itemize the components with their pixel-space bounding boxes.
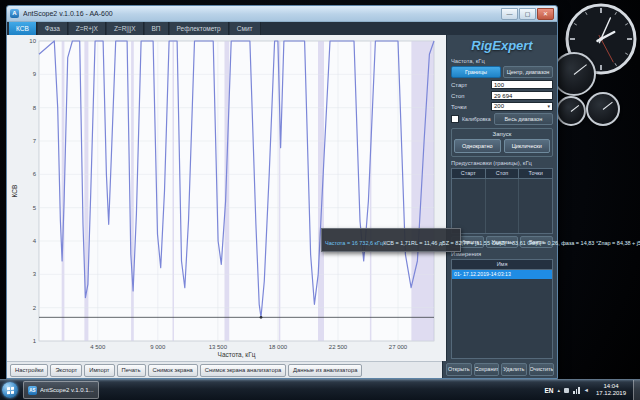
run-cyclic-button[interactable]: Циклически	[504, 139, 551, 153]
hidden-icons-chevron[interactable]: ▴	[558, 387, 561, 393]
svg-text:2: 2	[33, 305, 37, 311]
tooltip-line: Zпар = 84,38 + j597,12 Ом	[598, 240, 640, 246]
svg-text:6: 6	[33, 171, 37, 177]
tooltip-line: КСВ = 1,71	[383, 240, 411, 246]
view-tab[interactable]: Z=R+jX	[69, 22, 106, 35]
points-row: Точки 200 ▾	[451, 102, 553, 111]
toolbar-button[interactable]: Настройки	[10, 364, 48, 377]
view-tab[interactable]: КСВ	[9, 22, 37, 35]
maximize-button[interactable]: ▢	[519, 8, 536, 20]
control-panel: RigExpert Частота, кГц Границы Центр, ди…	[446, 35, 557, 361]
svg-text:4: 4	[33, 238, 37, 244]
stop-input[interactable]: 29 694	[491, 91, 553, 100]
app-icon: A	[10, 9, 19, 18]
file-action-button[interactable]: Удалить	[501, 363, 526, 376]
presets-column-header: Точки	[519, 169, 552, 178]
file-action-button[interactable]: Сохранить	[474, 363, 499, 376]
tray-time: 14:04	[596, 383, 626, 390]
toolbar-button[interactable]: Импорт	[84, 364, 114, 377]
svg-text:13 500: 13 500	[209, 344, 228, 350]
svg-text:9 000: 9 000	[150, 344, 166, 350]
taskbar-app-button[interactable]: AS AntScope2 v.1.0.1...	[23, 381, 99, 399]
run-group-title: Запуск	[454, 130, 550, 139]
points-label: Точки	[451, 104, 467, 110]
language-indicator[interactable]: EN	[544, 387, 553, 394]
svg-text:9: 9	[33, 71, 37, 77]
rigexpert-logo: RigExpert	[451, 37, 553, 55]
svg-text:22 500: 22 500	[329, 344, 348, 350]
view-tabs: КСВФазаZ=R+jXZ=R||jXВПРефлектометрСмит	[7, 22, 557, 35]
antscope-taskbar-icon: AS	[28, 386, 37, 395]
svg-text:Частота, кГц: Частота, кГц	[218, 351, 256, 359]
run-buttons: Однократно Циклически	[454, 139, 550, 153]
tooltip-line: |Г| = 0,26, фаза = 14,83 °	[535, 240, 598, 246]
file-action-button[interactable]: Очистить	[529, 363, 554, 376]
svg-text:18 000: 18 000	[269, 344, 288, 350]
bounds-mode-button[interactable]: Границы	[451, 66, 501, 78]
system-tray: EN ▴ ◄ 14:04 17.12.2019	[544, 380, 640, 400]
toolbar-left: НастройкиЭкспортИмпортПечатьСнимок экран…	[7, 361, 442, 378]
calibration-row: Калибровка Весь диапазон	[451, 113, 553, 125]
toolbar-button[interactable]: Печать	[117, 364, 146, 377]
close-button[interactable]: ✕	[537, 8, 554, 20]
presets-title: Предустановки (границы), кГц	[451, 160, 553, 166]
minimize-button[interactable]: —	[501, 8, 518, 20]
start-input[interactable]: 100	[491, 80, 553, 89]
svg-text:10: 10	[29, 38, 36, 44]
start-row: Старт 100	[451, 80, 553, 89]
stop-label: Стоп	[451, 93, 465, 99]
toolbar-button[interactable]: Данные из анализатора	[288, 364, 362, 377]
run-group: Запуск Однократно Циклически	[451, 128, 553, 157]
view-tab[interactable]: Смит	[230, 22, 261, 35]
toolbar-button[interactable]: Экспорт	[50, 364, 82, 377]
presets-body[interactable]	[452, 179, 552, 233]
run-single-button[interactable]: Однократно	[454, 139, 501, 153]
frequency-section-title: Частота, кГц	[451, 58, 553, 64]
start-button[interactable]	[0, 380, 20, 400]
show-desktop-button[interactable]	[633, 380, 640, 400]
main-area: 123456789104 5009 00013 50018 00022 5002…	[7, 35, 557, 361]
measurements-list[interactable]: Имя 01- 17.12.2019-14:03:13	[451, 259, 553, 359]
frequency-mode-row: Границы Центр, диапазон	[451, 66, 553, 78]
center-span-mode-button[interactable]: Центр, диапазон	[503, 66, 553, 78]
volume-icon[interactable]: ◄	[584, 387, 589, 393]
measurement-row[interactable]: 01- 17.12.2019-14:03:13	[452, 270, 552, 279]
svg-text:4 500: 4 500	[90, 344, 106, 350]
presets-header-row: СтартСтопТочки	[452, 169, 552, 179]
view-tab[interactable]: Z=R||jX	[107, 22, 144, 35]
taskbar-app-label: AntScope2 v.1.0.1...	[40, 387, 94, 393]
full-range-button[interactable]: Весь диапазон	[494, 113, 553, 125]
cursor-tooltip: Частота = 16 732,6 кГцКСВ = 1,71RL = 11,…	[321, 228, 461, 252]
gauge-gadget	[552, 52, 596, 96]
titlebar[interactable]: A AntScope2 v.1.0.16 - AA-600 — ▢ ✕	[7, 6, 557, 22]
svg-text:5: 5	[33, 205, 37, 211]
svg-text:3: 3	[33, 271, 37, 277]
tooltip-line: Частота = 16 732,6 кГц	[325, 240, 383, 246]
presets-table[interactable]: СтартСтопТочки	[451, 168, 553, 234]
file-action-button[interactable]: Открыть	[446, 363, 471, 376]
presets-column-header: Стоп	[486, 169, 520, 178]
toolbar-button[interactable]: Снимок экрана	[148, 364, 198, 377]
points-select[interactable]: 200 ▾	[491, 102, 553, 111]
measurements-title: Измерения	[451, 251, 553, 257]
toolbar-right: ОткрытьСохранитьУдалитьОчистить	[442, 361, 557, 378]
tray-icon[interactable]	[564, 388, 569, 393]
network-icon[interactable]	[573, 387, 580, 394]
window-title: AntScope2 v.1.0.16 - AA-600	[23, 10, 497, 17]
calibration-checkbox[interactable]	[451, 115, 459, 123]
view-tab[interactable]: Фаза	[38, 22, 68, 35]
view-tab[interactable]: Рефлектометр	[170, 22, 229, 35]
view-tab[interactable]: ВП	[145, 22, 169, 35]
svg-text:1: 1	[33, 338, 37, 344]
presets-column-header: Старт	[452, 169, 486, 178]
swr-chart[interactable]: 123456789104 5009 00013 50018 00022 5002…	[9, 36, 439, 360]
chart-area[interactable]: 123456789104 5009 00013 50018 00022 5002…	[7, 35, 446, 361]
taskbar-clock[interactable]: 14:04 17.12.2019	[593, 383, 629, 397]
tray-date: 17.12.2019	[596, 390, 626, 397]
svg-text:8: 8	[33, 105, 37, 111]
gauge-gadget	[556, 96, 586, 126]
tooltip-line: Z = 82,77 + j11,55 Ом	[446, 240, 500, 246]
taskbar: AS AntScope2 v.1.0.1... EN ▴ ◄ 14:04 17.…	[0, 379, 640, 400]
svg-text:КСВ: КСВ	[11, 185, 18, 198]
toolbar-button[interactable]: Снимок экрана анализатора	[200, 364, 286, 377]
